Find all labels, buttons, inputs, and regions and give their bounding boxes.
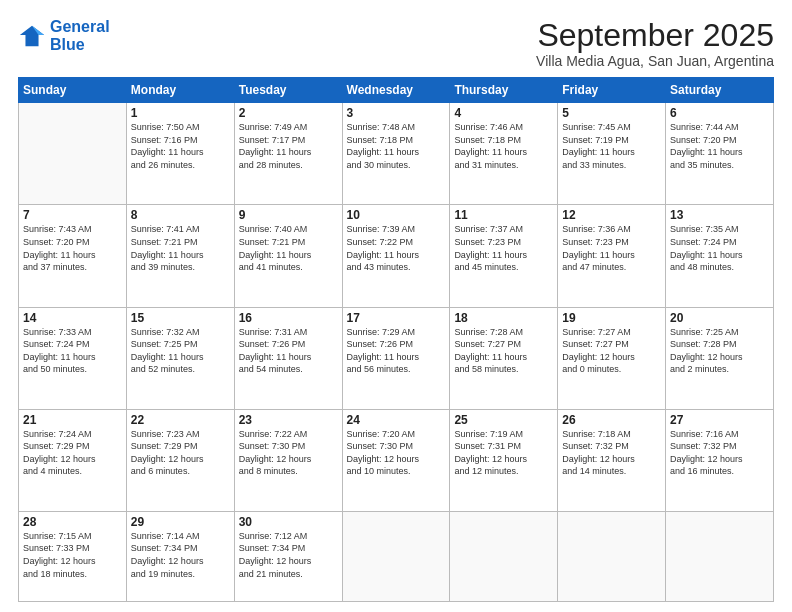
day-number: 18 xyxy=(454,311,553,325)
calendar-cell: 9Sunrise: 7:40 AMSunset: 7:21 PMDaylight… xyxy=(234,205,342,307)
day-number: 29 xyxy=(131,515,230,529)
day-number: 22 xyxy=(131,413,230,427)
day-number: 16 xyxy=(239,311,338,325)
calendar-cell: 28Sunrise: 7:15 AMSunset: 7:33 PMDayligh… xyxy=(19,511,127,601)
day-number: 19 xyxy=(562,311,661,325)
calendar-cell: 8Sunrise: 7:41 AMSunset: 7:21 PMDaylight… xyxy=(126,205,234,307)
day-number: 21 xyxy=(23,413,122,427)
logo-text: General Blue xyxy=(50,18,110,53)
day-info: Sunrise: 7:19 AMSunset: 7:31 PMDaylight:… xyxy=(454,428,553,478)
day-info: Sunrise: 7:24 AMSunset: 7:29 PMDaylight:… xyxy=(23,428,122,478)
day-info: Sunrise: 7:32 AMSunset: 7:25 PMDaylight:… xyxy=(131,326,230,376)
location-title: Villa Media Agua, San Juan, Argentina xyxy=(536,53,774,69)
calendar-cell: 20Sunrise: 7:25 AMSunset: 7:28 PMDayligh… xyxy=(666,307,774,409)
day-number: 6 xyxy=(670,106,769,120)
calendar-cell: 4Sunrise: 7:46 AMSunset: 7:18 PMDaylight… xyxy=(450,103,558,205)
day-info: Sunrise: 7:28 AMSunset: 7:27 PMDaylight:… xyxy=(454,326,553,376)
calendar-cell: 16Sunrise: 7:31 AMSunset: 7:26 PMDayligh… xyxy=(234,307,342,409)
day-info: Sunrise: 7:36 AMSunset: 7:23 PMDaylight:… xyxy=(562,223,661,273)
day-info: Sunrise: 7:40 AMSunset: 7:21 PMDaylight:… xyxy=(239,223,338,273)
day-number: 3 xyxy=(347,106,446,120)
weekday-header-saturday: Saturday xyxy=(666,78,774,103)
day-number: 27 xyxy=(670,413,769,427)
calendar-cell: 21Sunrise: 7:24 AMSunset: 7:29 PMDayligh… xyxy=(19,409,127,511)
header: General Blue September 2025 Villa Media … xyxy=(18,18,774,69)
calendar-cell: 29Sunrise: 7:14 AMSunset: 7:34 PMDayligh… xyxy=(126,511,234,601)
day-number: 24 xyxy=(347,413,446,427)
day-number: 8 xyxy=(131,208,230,222)
logo: General Blue xyxy=(18,18,110,53)
day-number: 30 xyxy=(239,515,338,529)
calendar-table: SundayMondayTuesdayWednesdayThursdayFrid… xyxy=(18,77,774,602)
day-info: Sunrise: 7:43 AMSunset: 7:20 PMDaylight:… xyxy=(23,223,122,273)
day-info: Sunrise: 7:14 AMSunset: 7:34 PMDaylight:… xyxy=(131,530,230,580)
day-info: Sunrise: 7:18 AMSunset: 7:32 PMDaylight:… xyxy=(562,428,661,478)
day-info: Sunrise: 7:46 AMSunset: 7:18 PMDaylight:… xyxy=(454,121,553,171)
weekday-header-sunday: Sunday xyxy=(19,78,127,103)
calendar-cell: 27Sunrise: 7:16 AMSunset: 7:32 PMDayligh… xyxy=(666,409,774,511)
title-block: September 2025 Villa Media Agua, San Jua… xyxy=(536,18,774,69)
calendar-cell: 15Sunrise: 7:32 AMSunset: 7:25 PMDayligh… xyxy=(126,307,234,409)
day-info: Sunrise: 7:39 AMSunset: 7:22 PMDaylight:… xyxy=(347,223,446,273)
calendar-cell xyxy=(558,511,666,601)
day-number: 26 xyxy=(562,413,661,427)
day-number: 11 xyxy=(454,208,553,222)
weekday-header-monday: Monday xyxy=(126,78,234,103)
calendar-cell xyxy=(342,511,450,601)
day-number: 1 xyxy=(131,106,230,120)
calendar-cell: 25Sunrise: 7:19 AMSunset: 7:31 PMDayligh… xyxy=(450,409,558,511)
calendar-cell: 14Sunrise: 7:33 AMSunset: 7:24 PMDayligh… xyxy=(19,307,127,409)
calendar-cell: 10Sunrise: 7:39 AMSunset: 7:22 PMDayligh… xyxy=(342,205,450,307)
calendar-cell xyxy=(450,511,558,601)
calendar-cell: 7Sunrise: 7:43 AMSunset: 7:20 PMDaylight… xyxy=(19,205,127,307)
calendar-cell: 2Sunrise: 7:49 AMSunset: 7:17 PMDaylight… xyxy=(234,103,342,205)
calendar-cell: 19Sunrise: 7:27 AMSunset: 7:27 PMDayligh… xyxy=(558,307,666,409)
day-info: Sunrise: 7:31 AMSunset: 7:26 PMDaylight:… xyxy=(239,326,338,376)
day-number: 4 xyxy=(454,106,553,120)
calendar-cell: 30Sunrise: 7:12 AMSunset: 7:34 PMDayligh… xyxy=(234,511,342,601)
day-number: 25 xyxy=(454,413,553,427)
day-number: 20 xyxy=(670,311,769,325)
day-number: 13 xyxy=(670,208,769,222)
day-number: 5 xyxy=(562,106,661,120)
svg-marker-0 xyxy=(20,25,44,46)
calendar-cell: 1Sunrise: 7:50 AMSunset: 7:16 PMDaylight… xyxy=(126,103,234,205)
day-number: 7 xyxy=(23,208,122,222)
day-number: 9 xyxy=(239,208,338,222)
logo-icon xyxy=(18,22,46,50)
day-info: Sunrise: 7:33 AMSunset: 7:24 PMDaylight:… xyxy=(23,326,122,376)
calendar-cell: 18Sunrise: 7:28 AMSunset: 7:27 PMDayligh… xyxy=(450,307,558,409)
day-info: Sunrise: 7:23 AMSunset: 7:29 PMDaylight:… xyxy=(131,428,230,478)
day-info: Sunrise: 7:41 AMSunset: 7:21 PMDaylight:… xyxy=(131,223,230,273)
day-number: 28 xyxy=(23,515,122,529)
day-number: 14 xyxy=(23,311,122,325)
weekday-header-friday: Friday xyxy=(558,78,666,103)
day-number: 17 xyxy=(347,311,446,325)
calendar-cell: 11Sunrise: 7:37 AMSunset: 7:23 PMDayligh… xyxy=(450,205,558,307)
day-number: 2 xyxy=(239,106,338,120)
day-info: Sunrise: 7:48 AMSunset: 7:18 PMDaylight:… xyxy=(347,121,446,171)
day-info: Sunrise: 7:25 AMSunset: 7:28 PMDaylight:… xyxy=(670,326,769,376)
calendar-cell: 5Sunrise: 7:45 AMSunset: 7:19 PMDaylight… xyxy=(558,103,666,205)
calendar-cell xyxy=(19,103,127,205)
calendar-cell: 23Sunrise: 7:22 AMSunset: 7:30 PMDayligh… xyxy=(234,409,342,511)
day-number: 10 xyxy=(347,208,446,222)
day-info: Sunrise: 7:37 AMSunset: 7:23 PMDaylight:… xyxy=(454,223,553,273)
calendar-cell: 17Sunrise: 7:29 AMSunset: 7:26 PMDayligh… xyxy=(342,307,450,409)
calendar-cell: 26Sunrise: 7:18 AMSunset: 7:32 PMDayligh… xyxy=(558,409,666,511)
day-info: Sunrise: 7:44 AMSunset: 7:20 PMDaylight:… xyxy=(670,121,769,171)
calendar-cell: 6Sunrise: 7:44 AMSunset: 7:20 PMDaylight… xyxy=(666,103,774,205)
day-number: 12 xyxy=(562,208,661,222)
day-info: Sunrise: 7:35 AMSunset: 7:24 PMDaylight:… xyxy=(670,223,769,273)
day-info: Sunrise: 7:50 AMSunset: 7:16 PMDaylight:… xyxy=(131,121,230,171)
day-info: Sunrise: 7:45 AMSunset: 7:19 PMDaylight:… xyxy=(562,121,661,171)
day-info: Sunrise: 7:16 AMSunset: 7:32 PMDaylight:… xyxy=(670,428,769,478)
calendar-cell xyxy=(666,511,774,601)
calendar-cell: 3Sunrise: 7:48 AMSunset: 7:18 PMDaylight… xyxy=(342,103,450,205)
day-info: Sunrise: 7:22 AMSunset: 7:30 PMDaylight:… xyxy=(239,428,338,478)
day-info: Sunrise: 7:20 AMSunset: 7:30 PMDaylight:… xyxy=(347,428,446,478)
month-title: September 2025 xyxy=(536,18,774,53)
day-info: Sunrise: 7:15 AMSunset: 7:33 PMDaylight:… xyxy=(23,530,122,580)
day-info: Sunrise: 7:49 AMSunset: 7:17 PMDaylight:… xyxy=(239,121,338,171)
weekday-header-wednesday: Wednesday xyxy=(342,78,450,103)
